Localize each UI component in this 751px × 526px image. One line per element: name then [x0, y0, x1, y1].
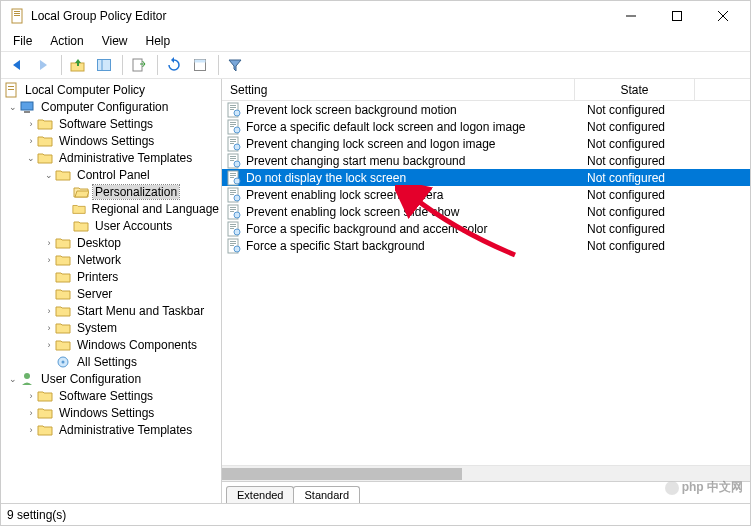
forward-button[interactable]: [31, 53, 55, 77]
policy-item-icon: [226, 119, 242, 135]
close-button[interactable]: [700, 1, 746, 31]
properties-button[interactable]: [188, 53, 212, 77]
toolbar-separator: [218, 55, 219, 75]
export-button[interactable]: [127, 53, 151, 77]
refresh-button[interactable]: [162, 53, 186, 77]
svg-rect-30: [230, 126, 234, 127]
expand-icon[interactable]: ›: [43, 339, 55, 351]
tab-standard[interactable]: Standard: [293, 486, 360, 503]
expand-icon[interactable]: ›: [43, 254, 55, 266]
maximize-button[interactable]: [654, 1, 700, 31]
column-header-state[interactable]: State: [575, 79, 695, 100]
column-header-setting[interactable]: Setting: [222, 79, 575, 100]
tree-printers[interactable]: Printers: [1, 268, 221, 285]
folder-icon: [55, 269, 71, 285]
menu-view[interactable]: View: [94, 33, 136, 49]
tree-regional-language[interactable]: Regional and Language: [1, 200, 221, 217]
svg-rect-3: [14, 15, 20, 16]
watermark: php 中文网: [664, 479, 743, 496]
policy-row[interactable]: Force a specific background and accent c…: [222, 220, 750, 237]
policy-row[interactable]: Prevent enabling lock screen cameraNot c…: [222, 186, 750, 203]
tree-label: Personalization: [93, 185, 179, 199]
svg-point-36: [234, 144, 240, 150]
tree-admin-templates-2[interactable]: › Administrative Templates: [1, 421, 221, 438]
tree-computer-config[interactable]: ⌄ Computer Configuration: [1, 98, 221, 115]
policy-row[interactable]: Force a specific default lock screen and…: [222, 118, 750, 135]
policy-item-icon: [226, 153, 242, 169]
policy-row[interactable]: Force a specific Start backgroundNot con…: [222, 237, 750, 254]
tree-personalization[interactable]: Personalization: [1, 183, 221, 200]
scroll-thumb[interactable]: [222, 468, 462, 480]
tree-desktop[interactable]: › Desktop: [1, 234, 221, 251]
tree-control-panel[interactable]: ⌄ Control Panel: [1, 166, 221, 183]
policy-row[interactable]: Prevent changing lock screen and logon i…: [222, 135, 750, 152]
collapse-icon[interactable]: ⌄: [25, 152, 37, 164]
tree-user-config[interactable]: ⌄ User Configuration: [1, 370, 221, 387]
up-button[interactable]: [66, 53, 90, 77]
tree-windows-components[interactable]: › Windows Components: [1, 336, 221, 353]
minimize-button[interactable]: [608, 1, 654, 31]
svg-rect-33: [230, 139, 236, 140]
svg-point-31: [234, 127, 240, 133]
folder-icon: [55, 320, 71, 336]
folder-icon: [37, 405, 53, 421]
folder-open-icon: [73, 184, 89, 200]
policy-row[interactable]: Prevent changing start menu backgroundNo…: [222, 152, 750, 169]
policy-row[interactable]: Do not display the lock screenNot config…: [222, 169, 750, 186]
menu-help[interactable]: Help: [138, 33, 179, 49]
tree-admin-templates[interactable]: ⌄ Administrative Templates: [1, 149, 221, 166]
tree-pane[interactable]: Local Computer Policy ⌄ Computer Configu…: [1, 79, 222, 503]
expand-icon[interactable]: ›: [25, 135, 37, 147]
collapse-icon[interactable]: ⌄: [7, 101, 19, 113]
policy-name: Prevent enabling lock screen slide show: [246, 205, 579, 219]
folder-icon: [55, 286, 71, 302]
svg-rect-55: [230, 211, 234, 212]
policy-row[interactable]: Prevent lock screen background motionNot…: [222, 101, 750, 118]
tree-software-settings-2[interactable]: › Software Settings: [1, 387, 221, 404]
tree-system[interactable]: › System: [1, 319, 221, 336]
expand-icon[interactable]: ›: [43, 237, 55, 249]
tree-network[interactable]: › Network: [1, 251, 221, 268]
tree-windows-settings[interactable]: › Windows Settings: [1, 132, 221, 149]
menu-file[interactable]: File: [5, 33, 40, 49]
policy-name: Prevent changing lock screen and logon i…: [246, 137, 579, 151]
tab-extended[interactable]: Extended: [226, 486, 294, 503]
tree-label: User Configuration: [39, 372, 143, 386]
collapse-icon[interactable]: ⌄: [7, 373, 19, 385]
folder-up-icon: [70, 57, 86, 73]
tree-root[interactable]: Local Computer Policy: [1, 81, 221, 98]
expand-icon[interactable]: ›: [43, 322, 55, 334]
policy-state: Not configured: [579, 103, 665, 117]
expand-icon[interactable]: ›: [25, 407, 37, 419]
svg-rect-23: [230, 105, 236, 106]
tree-label: Administrative Templates: [57, 423, 194, 437]
expand-icon[interactable]: ›: [25, 424, 37, 436]
policy-name: Prevent lock screen background motion: [246, 103, 579, 117]
list-body[interactable]: Prevent lock screen background motionNot…: [222, 101, 750, 465]
expand-icon[interactable]: ›: [43, 305, 55, 317]
folder-icon: [37, 422, 53, 438]
folder-icon: [55, 167, 71, 183]
filter-button[interactable]: [223, 53, 247, 77]
svg-rect-2: [14, 13, 20, 14]
svg-rect-40: [230, 160, 234, 161]
svg-point-56: [234, 212, 240, 218]
tree-software-settings[interactable]: › Software Settings: [1, 115, 221, 132]
expand-icon[interactable]: ›: [25, 118, 37, 130]
back-button[interactable]: [5, 53, 29, 77]
collapse-icon[interactable]: ⌄: [43, 169, 55, 181]
svg-rect-65: [230, 245, 234, 246]
expand-icon[interactable]: ›: [25, 390, 37, 402]
show-hide-tree-button[interactable]: [92, 53, 116, 77]
folder-icon: [55, 337, 71, 353]
policy-state: Not configured: [579, 137, 665, 151]
policy-state: Not configured: [579, 239, 665, 253]
menu-action[interactable]: Action: [42, 33, 91, 49]
tree-windows-settings-2[interactable]: › Windows Settings: [1, 404, 221, 421]
tree-all-settings[interactable]: All Settings: [1, 353, 221, 370]
tree-user-accounts[interactable]: User Accounts: [1, 217, 221, 234]
tree-label: Software Settings: [57, 389, 155, 403]
tree-start-menu-taskbar[interactable]: › Start Menu and Taskbar: [1, 302, 221, 319]
policy-row[interactable]: Prevent enabling lock screen slide showN…: [222, 203, 750, 220]
tree-server[interactable]: Server: [1, 285, 221, 302]
